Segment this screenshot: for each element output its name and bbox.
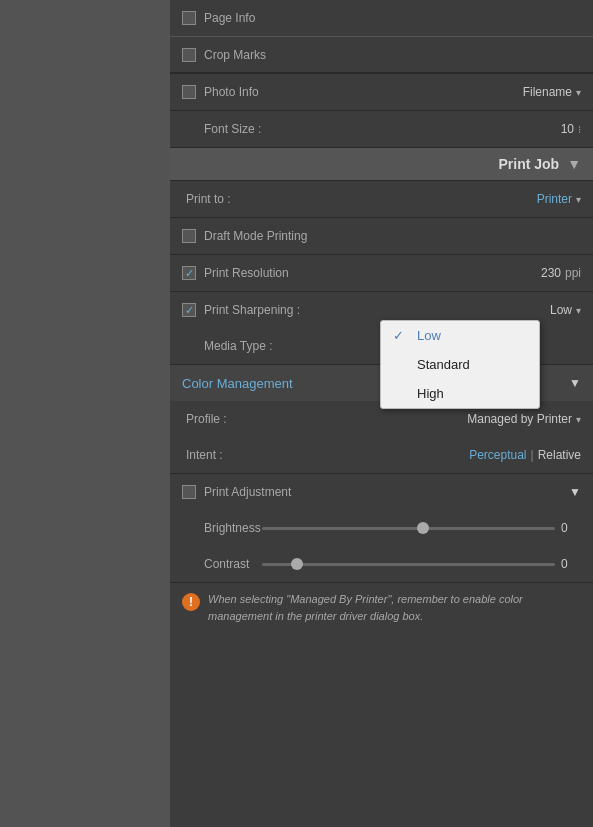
draft-mode-row: Draft Mode Printing xyxy=(170,218,593,254)
print-sharpening-checkbox[interactable] xyxy=(182,303,196,317)
profile-label: Profile : xyxy=(182,412,227,426)
warning-row: ! When selecting "Managed By Printer", r… xyxy=(170,583,593,632)
print-resolution-value: 230 ppi xyxy=(541,266,581,280)
photo-info-checkbox[interactable] xyxy=(182,85,196,99)
print-adjustment-label: Print Adjustment xyxy=(204,485,291,499)
print-resolution-checkbox[interactable] xyxy=(182,266,196,280)
page-info-label: Page Info xyxy=(204,11,255,25)
photo-info-row: Photo Info Filename ▾ xyxy=(170,74,593,110)
contrast-thumb[interactable] xyxy=(291,558,303,570)
print-sharpening-arrow: ▾ xyxy=(576,305,581,316)
page-info-row: Page Info xyxy=(170,0,593,36)
print-to-label: Print to : xyxy=(182,192,231,206)
draft-mode-checkbox[interactable] xyxy=(182,229,196,243)
font-size-value[interactable]: 10 ⁝ xyxy=(561,122,581,136)
intent-label: Intent : xyxy=(182,448,223,462)
print-sharpening-value[interactable]: Low ▾ xyxy=(550,303,581,317)
profile-value[interactable]: Managed by Printer ▾ xyxy=(467,412,581,426)
contrast-track[interactable] xyxy=(262,563,555,566)
print-job-label: Print Job xyxy=(498,156,559,172)
photo-info-arrow: ▾ xyxy=(576,87,581,98)
left-panel xyxy=(0,0,170,827)
photo-info-section: Photo Info Filename ▾ xyxy=(170,74,593,111)
print-to-row: Print to : Printer ▾ xyxy=(170,181,593,217)
print-to-section: Print to : Printer ▾ xyxy=(170,181,593,218)
sharpening-dropdown-popup[interactable]: Low Standard High xyxy=(380,320,540,409)
font-size-stepper[interactable]: ⁝ xyxy=(578,124,581,135)
print-resolution-row: Print Resolution 230 ppi xyxy=(170,255,593,291)
page-info-checkbox[interactable] xyxy=(182,11,196,25)
print-adjustment-arrow: ▼ xyxy=(569,485,581,499)
color-management-arrow: ▼ xyxy=(569,376,581,390)
perceptual-option[interactable]: Perceptual xyxy=(469,448,526,462)
print-to-arrow: ▾ xyxy=(576,194,581,205)
relative-option[interactable]: Relative xyxy=(538,448,581,462)
print-resolution-label: Print Resolution xyxy=(204,266,289,280)
draft-mode-section: Draft Mode Printing xyxy=(170,218,593,255)
font-size-section: Font Size : 10 ⁝ xyxy=(170,111,593,148)
crop-marks-row: Crop Marks xyxy=(170,36,593,72)
color-management-label: Color Management xyxy=(182,376,293,391)
print-adjustment-section: Print Adjustment ▼ Brightness 0 Contrast xyxy=(170,474,593,583)
sharpening-option-low[interactable]: Low xyxy=(381,321,539,350)
top-section: Page Info Crop Marks xyxy=(170,0,593,74)
draft-mode-label: Draft Mode Printing xyxy=(204,229,307,243)
right-panel: Page Info Crop Marks Photo Info Filename… xyxy=(170,0,593,827)
print-resolution-section: Print Resolution 230 ppi xyxy=(170,255,593,292)
brightness-slider-container[interactable] xyxy=(262,527,555,530)
print-adjustment-checkbox[interactable] xyxy=(182,485,196,499)
brightness-row: Brightness 0 xyxy=(170,510,593,546)
brightness-label: Brightness xyxy=(182,521,262,535)
font-size-label: Font Size : xyxy=(182,122,261,136)
brightness-track[interactable] xyxy=(262,527,555,530)
sharpening-option-high[interactable]: High xyxy=(381,379,539,408)
brightness-thumb[interactable] xyxy=(417,522,429,534)
print-job-header[interactable]: Print Job ▼ xyxy=(170,148,593,181)
crop-marks-checkbox[interactable] xyxy=(182,48,196,62)
contrast-slider-container[interactable] xyxy=(262,563,555,566)
intent-value: Perceptual | Relative xyxy=(469,448,581,462)
photo-info-value[interactable]: Filename ▾ xyxy=(523,85,581,99)
brightness-value: 0 xyxy=(561,521,581,535)
crop-marks-label: Crop Marks xyxy=(204,48,266,62)
warning-text: When selecting "Managed By Printer", rem… xyxy=(208,591,581,624)
print-sharpening-section: Print Sharpening : Low ▾ Media Type : Lo… xyxy=(170,292,593,365)
sharpening-option-standard[interactable]: Standard xyxy=(381,350,539,379)
print-to-value[interactable]: Printer ▾ xyxy=(537,192,581,206)
contrast-row: Contrast 0 xyxy=(170,546,593,582)
print-job-arrow: ▼ xyxy=(567,156,581,172)
media-type-label: Media Type : xyxy=(182,339,272,353)
print-sharpening-label: Print Sharpening : xyxy=(204,303,300,317)
print-adjustment-header[interactable]: Print Adjustment ▼ xyxy=(170,474,593,510)
intent-row: Intent : Perceptual | Relative xyxy=(170,437,593,473)
profile-arrow: ▾ xyxy=(576,414,581,425)
contrast-label: Contrast xyxy=(182,557,262,571)
contrast-value: 0 xyxy=(561,557,581,571)
font-size-row: Font Size : 10 ⁝ xyxy=(170,111,593,147)
warning-icon: ! xyxy=(182,593,200,611)
photo-info-label: Photo Info xyxy=(204,85,259,99)
